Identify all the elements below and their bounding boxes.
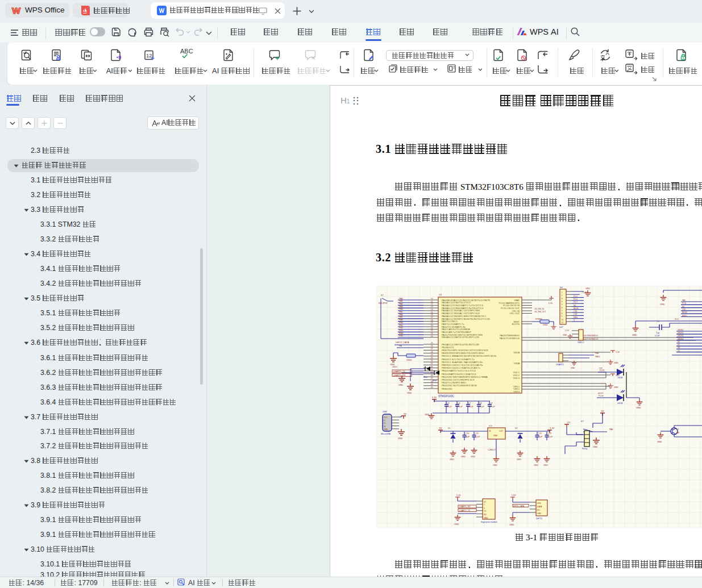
svg-text:2: 2 (562, 294, 563, 297)
svg-text:LED1: LED1 (392, 366, 397, 368)
svg-text:C12: C12 (538, 432, 542, 435)
svg-text:XWCO: XWCO (578, 341, 584, 344)
svg-text:0.1uF: 0.1uF (458, 406, 463, 408)
svg-text:GND: GND (398, 384, 404, 386)
svg-text:5.5V: 5.5V (549, 302, 553, 305)
svg-text:Cap: Cap (656, 332, 659, 334)
svg-text:GND: GND (660, 303, 665, 306)
svg-text:10uF: 10uF (538, 436, 542, 438)
svg-text:CS2: CS2 (574, 313, 578, 315)
svg-text:Q1: Q1 (676, 428, 679, 431)
svg-text:MISO: MISO (682, 315, 687, 317)
svg-text:C14: C14 (466, 432, 469, 435)
svg-text:VDDA: VDDA (513, 351, 520, 354)
svg-text:VDD: VDD (537, 502, 542, 504)
svg-text:GND: GND (563, 334, 567, 336)
svg-text:LEDK1: LEDK1 (678, 329, 684, 331)
svg-text:IN: IN (489, 430, 491, 432)
svg-text:Blue: Blue (433, 380, 437, 382)
svg-text:10uF: 10uF (466, 436, 470, 438)
svg-text:32: 32 (431, 362, 433, 365)
svg-text:GND: GND (471, 456, 475, 458)
svg-text:11: 11 (431, 301, 433, 303)
svg-text:OSC OUT: OSC OUT (509, 312, 520, 315)
svg-text:GND: GND (657, 441, 662, 443)
svg-text:C9: C9 (490, 402, 493, 404)
svg-text:GND: GND (509, 524, 514, 526)
svg-text:GND: GND (493, 435, 498, 437)
svg-text:MOSI: MOSI (682, 311, 687, 314)
svg-text:34: 34 (431, 369, 433, 371)
svg-text:GND: GND (537, 512, 542, 515)
svg-text:23: 23 (431, 332, 433, 335)
svg-text:31: 31 (431, 360, 433, 362)
svg-text:OUT: OUT (499, 430, 503, 432)
svg-text:5V: 5V (439, 427, 442, 429)
svg-text:GND: GND (632, 334, 637, 336)
svg-text:0.1uF: 0.1uF (479, 406, 484, 408)
svg-text:VSS 3: VSS 3 (513, 390, 520, 393)
svg-text:NC: NC (682, 306, 685, 308)
svg-text:GND: GND (450, 458, 454, 461)
svg-text:USART1_RX: USART1_RX (393, 374, 406, 377)
svg-text:9: 9 (562, 315, 563, 318)
svg-text:GND: GND (384, 428, 388, 431)
svg-text:5.5V: 5.5V (583, 291, 587, 294)
svg-text:36: 36 (431, 374, 433, 377)
svg-text:NC: NC (537, 509, 540, 511)
svg-text:PA2: PA2 (399, 303, 403, 305)
svg-text:C11: C11 (475, 432, 479, 435)
svg-text:P1.6: P1.6 (682, 302, 686, 305)
svg-text:PA1: PA1 (399, 300, 403, 302)
svg-text:OK_RM_OUT: OK_RM_OUT (534, 311, 546, 313)
svg-text:19: 19 (431, 322, 433, 324)
svg-text:U1: U1 (439, 293, 442, 296)
svg-text:5: 5 (562, 303, 563, 306)
svg-text:5V: 5V (404, 412, 406, 415)
svg-text:S?: S? (381, 294, 384, 297)
svg-text:GND: GND (517, 458, 521, 461)
svg-text:GND: GND (534, 464, 538, 466)
svg-text:1: 1 (562, 291, 563, 294)
svg-text:PB2: PB2 (399, 327, 403, 329)
svg-text:DHT11_DATA: DHT11_DATA (396, 341, 409, 344)
svg-text:PB5: PB5 (399, 335, 403, 337)
svg-text:D-: D- (384, 419, 385, 422)
svg-text:PB4: PB4 (399, 332, 403, 335)
svg-text:GND: GND (407, 392, 412, 394)
svg-text:18: 18 (431, 319, 433, 322)
svg-text:28: 28 (431, 351, 433, 353)
svg-text:12: 12 (146, 52, 152, 59)
svg-text:16: 16 (431, 314, 433, 316)
svg-text:D2: D2 (515, 427, 518, 429)
svg-text:Y1: Y1 (678, 350, 680, 352)
svg-text:GND: GND (461, 456, 466, 458)
svg-text:0.1uF: 0.1uF (490, 406, 495, 408)
svg-text:0.1uF: 0.1uF (475, 436, 480, 438)
svg-text:PB30/I2S2: PB30/I2S2 (442, 387, 452, 390)
svg-text:GND: GND (585, 287, 590, 290)
svg-text:lcd: lcd (560, 286, 563, 289)
svg-text:USB: USB (383, 411, 387, 413)
svg-text:PB3: PB3 (399, 330, 403, 332)
svg-text:CS1: CS1 (574, 310, 578, 312)
svg-text:P1.6: P1.6 (574, 298, 578, 301)
svg-text:5.5V: 5.5V (616, 351, 620, 353)
svg-text:6: 6 (562, 307, 563, 309)
svg-text:C5: C5 (447, 402, 450, 404)
svg-text:LEDB: LEDB (617, 402, 623, 404)
svg-text:20: 20 (431, 324, 433, 327)
svg-text:C1: C1 (657, 320, 659, 323)
svg-text:10: 10 (431, 298, 433, 300)
svg-text:ABC: ABC (180, 48, 193, 55)
svg-text:LEDK4: LEDK4 (678, 338, 684, 340)
svg-text:DHT11_DATA: DHT11_DATA (513, 505, 525, 507)
svg-text:PA14/JTCK/SWCLK: PA14/JTCK/SWCLK (500, 337, 520, 340)
svg-text:GND: GND (484, 517, 488, 519)
svg-text:D+: D+ (384, 422, 386, 424)
svg-text:15: 15 (431, 311, 433, 314)
svg-text:C8: C8 (479, 402, 482, 404)
svg-text:GND: GND (493, 464, 497, 466)
svg-text:MicroUSB: MicroUSB (381, 433, 391, 435)
svg-text:C7: C7 (468, 402, 471, 404)
